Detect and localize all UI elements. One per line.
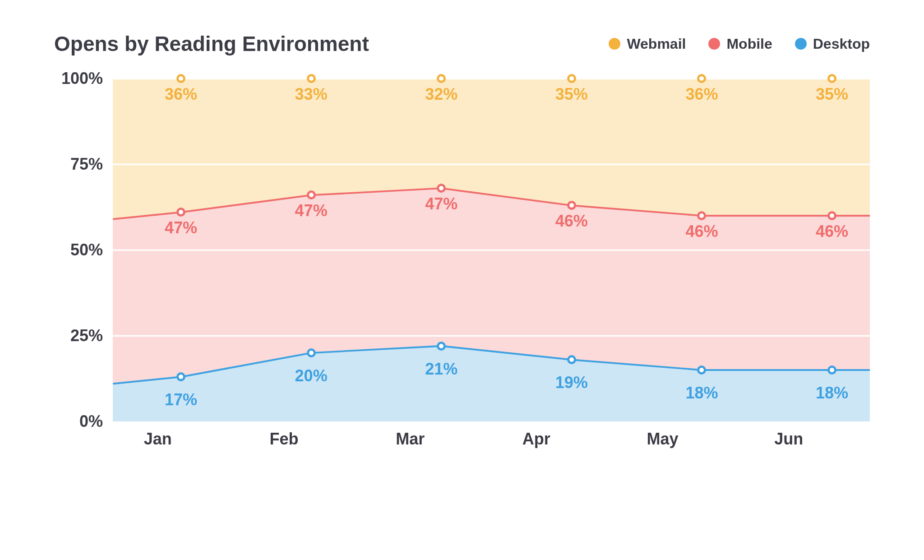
- data-label-desktop: 18%: [685, 384, 718, 403]
- legend-dot-desktop: [795, 38, 807, 50]
- x-tick: Apr: [473, 430, 600, 449]
- data-point-marker: [827, 211, 836, 220]
- legend-item-mobile: Mobile: [708, 36, 772, 52]
- data-label-webmail: 36%: [685, 85, 718, 104]
- data-point-marker: [567, 74, 576, 83]
- grid-line: [113, 250, 870, 251]
- legend-label-webmail: Webmail: [627, 36, 686, 52]
- x-tick: Mar: [347, 430, 473, 449]
- data-point-marker: [437, 342, 446, 351]
- y-axis: 0%25%50%75%100%: [54, 79, 113, 421]
- plot-area: 17%20%21%19%18%18%47%47%47%46%46%46%36%3…: [113, 79, 870, 421]
- grid-line: [113, 79, 870, 79]
- x-tick: Jun: [725, 430, 852, 449]
- data-point-marker: [567, 201, 576, 210]
- grid-line: [113, 336, 870, 337]
- y-tick: 25%: [70, 326, 103, 345]
- data-label-webmail: 36%: [165, 85, 197, 104]
- legend-item-webmail: Webmail: [609, 36, 686, 52]
- chart-header: Opens by Reading Environment Webmail Mob…: [54, 32, 870, 56]
- data-label-desktop: 20%: [295, 366, 328, 385]
- data-label-webmail: 32%: [425, 85, 457, 104]
- data-point-marker: [827, 366, 836, 375]
- data-label-mobile: 46%: [555, 212, 588, 231]
- y-tick: 100%: [61, 69, 103, 88]
- legend-dot-mobile: [708, 38, 720, 50]
- legend-item-desktop: Desktop: [795, 36, 870, 52]
- data-label-desktop: 17%: [165, 390, 197, 409]
- x-tick: Jan: [95, 430, 221, 449]
- data-label-desktop: 18%: [816, 384, 848, 403]
- y-tick: 75%: [70, 155, 103, 174]
- data-point-marker: [176, 74, 185, 83]
- data-point-marker: [567, 355, 576, 364]
- data-point-marker: [307, 348, 316, 357]
- chart-title: Opens by Reading Environment: [54, 32, 369, 56]
- x-axis: JanFebMarAprMayJun: [113, 430, 870, 449]
- data-label-desktop: 19%: [555, 373, 588, 392]
- data-point-marker: [827, 74, 836, 83]
- y-tick: 50%: [70, 241, 103, 259]
- data-label-mobile: 47%: [425, 194, 457, 213]
- data-label-webmail: 33%: [295, 85, 328, 104]
- data-point-marker: [307, 190, 316, 199]
- legend-label-mobile: Mobile: [726, 36, 772, 52]
- legend-dot-webmail: [609, 38, 620, 50]
- data-label-webmail: 35%: [555, 85, 588, 104]
- data-label-mobile: 46%: [685, 222, 718, 241]
- data-label-mobile: 46%: [816, 222, 848, 241]
- data-label-desktop: 21%: [425, 360, 457, 379]
- data-label-webmail: 35%: [816, 85, 848, 104]
- data-label-mobile: 47%: [165, 218, 197, 237]
- x-tick: May: [600, 430, 726, 449]
- grid-line: [113, 164, 870, 165]
- data-label-mobile: 47%: [295, 201, 328, 220]
- x-tick: Feb: [221, 430, 347, 449]
- data-point-marker: [307, 74, 316, 83]
- chart-legend: Webmail Mobile Desktop: [609, 36, 870, 52]
- legend-label-desktop: Desktop: [813, 36, 870, 52]
- y-tick: 0%: [79, 412, 103, 431]
- chart-area: 0%25%50%75%100% 17%20%21%19%18%18%47%47%…: [54, 79, 870, 462]
